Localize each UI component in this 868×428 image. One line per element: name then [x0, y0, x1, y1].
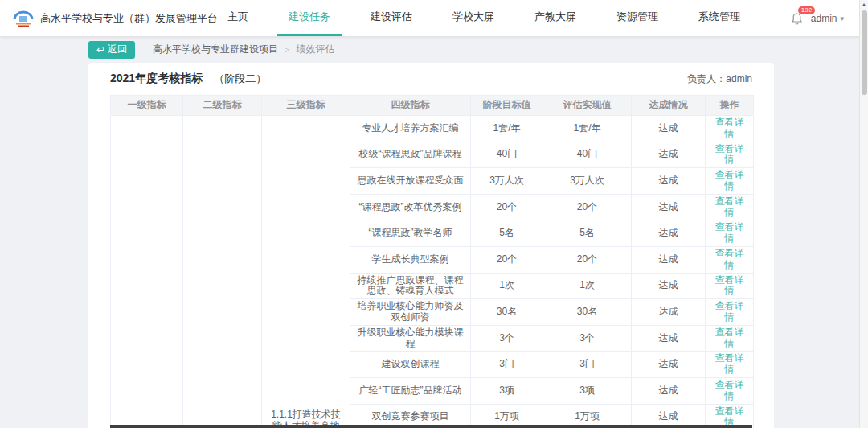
actual-value-cell: 40门 [543, 142, 632, 168]
brand: 高水平学校与专业（群）发展管理平台 [13, 9, 204, 28]
notification-badge: 192 [798, 6, 815, 14]
card-header: 2021年度考核指标 （阶段二） 负责人：admin [88, 63, 774, 95]
col-header-actual: 评估实现值 [543, 96, 632, 116]
breadcrumb-bar: ↩ 返回 高水平学校与专业群建设项目 > 绩效评估 [0, 36, 868, 63]
table-header-row: 一级指标 二级指标 三级指标 四级指标 阶段目标值 评估实现值 达成情况 操作 [111, 96, 754, 116]
actual-value-cell: 30名 [543, 299, 632, 326]
actions-cell: 查看详情 [706, 352, 754, 378]
nav-item-3[interactable]: 学校大屏 [441, 0, 506, 36]
view-details-link[interactable]: 查看详情 [715, 248, 744, 270]
actions-cell: 查看详情 [706, 194, 754, 220]
status-cell: 达成 [632, 194, 706, 220]
status-cell: 达成 [632, 377, 706, 404]
indicator-table: 一级指标 二级指标 三级指标 四级指标 阶段目标值 评估实现值 达成情况 操作 … [110, 95, 754, 428]
brand-title: 高水平学校与专业（群）发展管理平台 [40, 11, 218, 26]
actual-value-cell: 5名 [543, 220, 632, 247]
view-details-link[interactable]: 查看详情 [715, 117, 744, 139]
breadcrumb-item-project[interactable]: 高水平学校与专业群建设项目 [153, 43, 278, 56]
status-cell: 达成 [632, 116, 706, 142]
view-details-link[interactable]: 查看详情 [715, 300, 744, 323]
target-value-cell: 3万人次 [471, 168, 543, 195]
user-menu[interactable]: admin [811, 13, 837, 24]
indicator-level4-cell: 广轻“工匠励志”品牌活动 [350, 377, 471, 404]
actions-cell: 查看详情 [706, 116, 754, 142]
content-card: 2021年度考核指标 （阶段二） 负责人：admin 一级指标 二级指标 三级指… [88, 63, 774, 428]
back-arrow-icon: ↩ [96, 45, 104, 55]
view-details-link[interactable]: 查看详情 [715, 143, 744, 166]
indicator-level1-cell [111, 116, 183, 428]
view-details-link[interactable]: 查看详情 [715, 195, 744, 218]
target-value-cell: 5名 [471, 220, 543, 247]
view-details-link[interactable]: 查看详情 [715, 379, 744, 401]
status-cell: 达成 [632, 273, 706, 299]
view-details-link[interactable]: 查看详情 [715, 169, 744, 191]
indicator-level4-cell: 校级“课程思政”品牌课程 [350, 142, 471, 168]
nav-item-1[interactable]: 建设任务 [277, 0, 342, 36]
indicator-level4-cell: 学生成长典型案例 [350, 246, 471, 273]
target-value-cell: 20个 [471, 246, 543, 273]
nav-item-4[interactable]: 产教大屏 [523, 0, 588, 36]
nav-item-5[interactable]: 资源管理 [605, 0, 669, 36]
breadcrumb-item-current: 绩效评估 [297, 43, 335, 56]
view-details-link[interactable]: 查看详情 [715, 274, 744, 297]
actions-cell: 查看详情 [706, 299, 754, 326]
status-cell: 达成 [632, 168, 706, 195]
actions-cell: 查看详情 [706, 220, 754, 247]
indicator-level2-cell [183, 116, 262, 428]
target-value-cell: 3个 [471, 325, 543, 352]
indicator-table-wrap: 一级指标 二级指标 三级指标 四级指标 阶段目标值 评估实现值 达成情况 操作 … [110, 95, 753, 428]
breadcrumb-separator: > [285, 45, 289, 55]
status-cell: 达成 [632, 352, 706, 378]
nav-item-2[interactable]: 建设评估 [359, 0, 424, 36]
actions-cell: 查看详情 [706, 377, 754, 404]
status-cell: 达成 [632, 220, 706, 247]
breadcrumb: 高水平学校与专业群建设项目 > 绩效评估 [153, 43, 334, 56]
status-cell: 达成 [632, 325, 706, 352]
actual-value-cell: 3个 [543, 325, 632, 352]
back-button[interactable]: ↩ 返回 [88, 41, 135, 59]
actual-value-cell: 3门 [543, 352, 632, 378]
col-header-target: 阶段目标值 [471, 96, 543, 116]
target-value-cell: 3门 [471, 352, 543, 378]
indicator-level4-cell: “课程思政”教学名师 [350, 220, 471, 247]
indicator-level4-cell: 建设双创课程 [350, 352, 471, 378]
col-header-actions: 操作 [706, 96, 754, 116]
target-value-cell: 3项 [471, 377, 543, 404]
actual-value-cell: 20个 [543, 246, 632, 273]
page-scrollbar[interactable]: ▲ [859, 0, 868, 428]
page-title-stage: （阶段二） [214, 72, 266, 86]
scrollbar-thumb[interactable] [862, 10, 867, 95]
indicator-level3-cell: 1.1.1打造技术技能人才培养高地 [262, 116, 350, 428]
col-header-level2: 二级指标 [183, 96, 262, 116]
status-cell: 达成 [632, 246, 706, 273]
platform-logo-icon [13, 9, 34, 28]
main-nav: 主页建设任务建设评估学校大屏产教大屏资源管理系统管理 [207, 0, 760, 36]
nav-item-6[interactable]: 系统管理 [687, 0, 751, 36]
actual-value-cell: 3项 [543, 377, 632, 404]
status-cell: 达成 [632, 299, 706, 326]
indicator-level4-cell: 升级职业核心能力模块课程 [350, 325, 471, 352]
nav-item-0[interactable]: 主页 [216, 0, 260, 36]
status-cell: 达成 [632, 142, 706, 168]
scrollbar-up-arrow-icon[interactable]: ▲ [860, 0, 868, 10]
col-header-status: 达成情况 [632, 96, 706, 116]
notification-bell[interactable]: 192 [791, 12, 803, 25]
owner-label: 负责人：admin [687, 72, 752, 86]
target-value-cell: 1次 [471, 273, 543, 299]
target-value-cell: 40门 [471, 142, 543, 168]
indicator-level4-cell: 培养职业核心能力师资及双创师资 [350, 299, 471, 326]
table-row: 1.1.1打造技术技能人才培养高地专业人才培养方案汇编 1套/年 1套/年 达成… [111, 116, 754, 142]
bottom-cutoff-bar [110, 425, 752, 428]
actions-cell: 查看详情 [706, 273, 754, 299]
col-header-level1: 一级指标 [111, 96, 183, 116]
actions-cell: 查看详情 [706, 325, 754, 352]
navbar-right: 192 admin ▾ [791, 12, 844, 25]
view-details-link[interactable]: 查看详情 [715, 327, 744, 349]
target-value-cell: 20个 [471, 194, 543, 220]
view-details-link[interactable]: 查看详情 [715, 221, 744, 244]
indicator-level4-cell: 专业人才培养方案汇编 [350, 116, 471, 142]
actual-value-cell: 3万人次 [543, 168, 632, 195]
view-details-link[interactable]: 查看详情 [715, 352, 744, 375]
target-value-cell: 1套/年 [471, 116, 543, 142]
col-header-level4: 四级指标 [350, 96, 471, 116]
